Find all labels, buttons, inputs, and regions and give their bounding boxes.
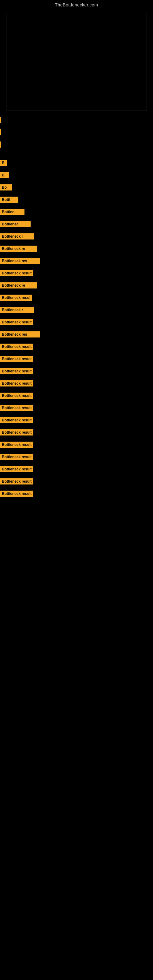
bottleneck-label: Bottleneck result (0, 454, 33, 460)
bottleneck-label: Bottleneck result (0, 430, 33, 436)
bottleneck-item: Bottleneck r (0, 230, 153, 243)
bottleneck-item: Bottleneck result (0, 439, 153, 451)
left-bar-3 (0, 142, 1, 148)
bottleneck-label: Bottleneck result (0, 491, 33, 497)
bottleneck-label: Bottleneck re (0, 282, 37, 288)
bottleneck-label: B (0, 160, 7, 166)
bottleneck-label: Bottleneck result (0, 393, 33, 399)
bottleneck-label: B (0, 172, 9, 178)
bottleneck-item: Bottleneck r (0, 304, 153, 316)
bottleneck-item: Bottleneck result (0, 390, 153, 402)
bottleneck-item: Bottleneck result (0, 451, 153, 463)
bottleneck-label: Bottleneck r (0, 307, 33, 313)
left-bar-2 (0, 129, 1, 135)
bottleneck-list: BBBoBottlBottlenBottlenecBottleneck rBot… (0, 151, 153, 506)
site-title: TheBottlenecker.com (0, 0, 153, 10)
bottleneck-label: Bottlenec (0, 221, 30, 227)
bottleneck-item: Bottleneck result (0, 463, 153, 475)
bottleneck-item: Bottleneck result (0, 426, 153, 439)
bottleneck-item: Bottleneck result (0, 475, 153, 488)
bottleneck-item: Bo (0, 181, 153, 194)
bottleneck-label: Bottleneck re (0, 246, 37, 252)
bottleneck-label: Bottleneck result (0, 270, 33, 276)
bottleneck-item: Bottleneck result (0, 316, 153, 328)
bottleneck-item: Bottleneck result (0, 340, 153, 353)
bottleneck-label: Bottleneck resul (0, 294, 32, 301)
bottleneck-item: Bottleneck re (0, 243, 153, 255)
bottleneck-item: Bottleneck result (0, 488, 153, 500)
bottleneck-label: Bottleneck result (0, 368, 33, 374)
bottleneck-label: Bottleneck result (0, 442, 33, 448)
bottleneck-item: Bottleneck res (0, 255, 153, 267)
bottleneck-label: Bottlen (0, 209, 24, 215)
bottleneck-label: Bottleneck result (0, 478, 33, 485)
bottleneck-label: Bottleneck res (0, 258, 40, 264)
bottleneck-label: Bottl (0, 197, 18, 203)
bottleneck-label: Bottleneck result (0, 417, 33, 423)
bottleneck-item: B (0, 157, 153, 169)
bottleneck-item: Bottleneck result (0, 365, 153, 377)
bottleneck-item: B (0, 169, 153, 181)
bars-section (0, 114, 153, 151)
chart-area (6, 13, 147, 111)
bottleneck-label: Bo (0, 185, 12, 191)
bottleneck-label: Bottleneck result (0, 319, 33, 325)
bottleneck-label: Bottleneck result (0, 356, 33, 362)
bottleneck-item: Bottleneck re (0, 279, 153, 291)
bottleneck-item: Bottleneck result (0, 402, 153, 414)
bottleneck-label: Bottleneck r (0, 233, 33, 240)
bottleneck-item: Bottleneck result (0, 377, 153, 390)
bottleneck-item: Bottlen (0, 206, 153, 218)
bottleneck-item: Bottleneck result (0, 414, 153, 426)
bottleneck-label: Bottleneck result (0, 344, 33, 350)
bottleneck-item: Bottleneck result (0, 267, 153, 279)
bottleneck-label: Bottleneck result (0, 466, 33, 472)
bottleneck-label: Bottleneck result (0, 405, 33, 411)
left-bar-1 (0, 117, 1, 123)
bottleneck-item: Bottl (0, 194, 153, 206)
bottleneck-item: Bottleneck result (0, 353, 153, 365)
bottleneck-item: Bottlenec (0, 218, 153, 230)
bottleneck-item: Bottleneck res (0, 328, 153, 340)
bottleneck-label: Bottleneck res (0, 331, 40, 337)
bottleneck-item: Bottleneck resul (0, 291, 153, 304)
bottleneck-label: Bottleneck result (0, 380, 33, 387)
page-wrapper: TheBottlenecker.com BBBoBottlBottlenBott… (0, 0, 153, 506)
